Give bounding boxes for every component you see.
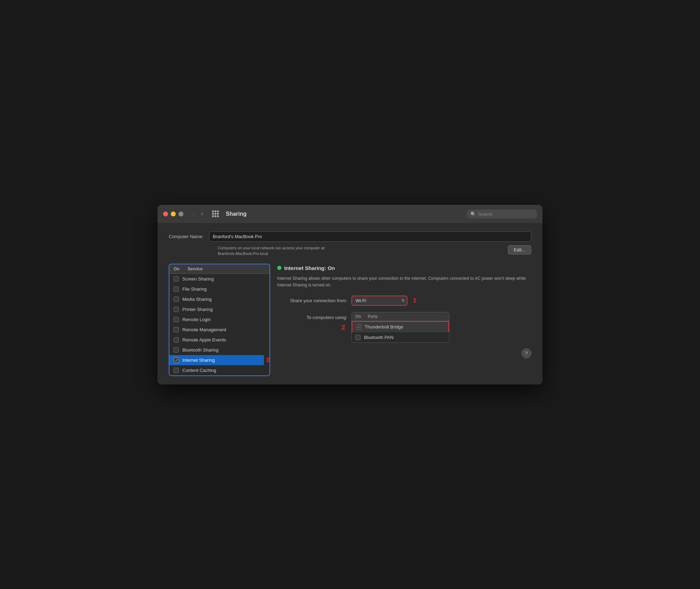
- sidebar-item-printer-sharing[interactable]: Printer Sharing: [169, 304, 217, 314]
- ports-table-header: On Ports: [352, 312, 449, 321]
- remote-management-label: Remote Management: [182, 327, 226, 332]
- thunderbolt-bridge-label: Thunderbolt Bridge: [365, 324, 404, 330]
- sidebar-item-file-sharing[interactable]: File Sharing: [169, 284, 211, 294]
- port-row-bluetooth-pan[interactable]: Bluetooth PAN: [352, 332, 449, 342]
- search-bar[interactable]: 🔍: [467, 209, 537, 218]
- search-input[interactable]: [478, 211, 533, 216]
- printer-sharing-checkbox[interactable]: [174, 307, 179, 312]
- sidebar-item-remote-login[interactable]: Remote Login: [169, 314, 215, 325]
- thunderbolt-bridge-checkbox[interactable]: [356, 324, 361, 330]
- sidebar-item-screen-sharing[interactable]: Screen Sharing: [169, 274, 218, 284]
- share-from-select[interactable]: Wi-Fi Ethernet Thunderbolt Bridge: [351, 296, 407, 306]
- bluetooth-sharing-checkbox[interactable]: [174, 347, 179, 353]
- traffic-lights: [163, 212, 183, 216]
- remote-apple-events-checkbox[interactable]: [174, 337, 179, 342]
- share-from-row: Share your connection from: Wi-Fi Ethern…: [277, 296, 531, 306]
- service-item-wrapper-bluetooth-sharing: Bluetooth Sharing: [169, 345, 270, 355]
- internet-sharing-label: Internet Sharing: [182, 358, 215, 363]
- forward-button[interactable]: ›: [199, 209, 205, 218]
- screen-sharing-checkbox[interactable]: [174, 276, 179, 282]
- service-list-container: On Service Screen Sharing File Sharing: [169, 264, 270, 376]
- service-item-wrapper-content-caching: Content Caching: [169, 365, 270, 375]
- bluetooth-sharing-label: Bluetooth Sharing: [182, 347, 218, 353]
- sidebar-item-content-caching[interactable]: Content Caching: [169, 365, 220, 375]
- service-item-wrapper-remote-management: Remote Management: [169, 325, 270, 335]
- port-row-thunderbolt[interactable]: Thunderbolt Bridge: [352, 321, 449, 332]
- service-item-wrapper-printer-sharing: Printer Sharing: [169, 304, 270, 314]
- annotation-3: 3: [266, 356, 270, 364]
- internet-sharing-checkbox[interactable]: [174, 358, 179, 363]
- main-body: On Service Screen Sharing File Sharing: [169, 264, 531, 376]
- col-on-label: On: [174, 266, 188, 271]
- window-title: Sharing: [226, 211, 247, 217]
- titlebar: ‹ › Sharing 🔍: [158, 205, 542, 223]
- ports-table-wrapper: 2 On Ports Thunderbolt Bridge: [351, 312, 449, 343]
- detail-title: Internet Sharing: On: [284, 265, 335, 271]
- app-grid-icon[interactable]: [212, 210, 219, 217]
- detail-description: Internet Sharing allows other computers …: [277, 275, 531, 289]
- service-item-wrapper-media-sharing: Media Sharing: [169, 294, 270, 304]
- edit-button[interactable]: Edit...: [508, 245, 531, 255]
- bluetooth-pan-checkbox[interactable]: [355, 335, 360, 340]
- annotation-1: 1: [413, 297, 416, 304]
- remote-apple-events-label: Remote Apple Events: [182, 337, 226, 342]
- sidebar-item-remote-management[interactable]: Remote Management: [169, 325, 230, 335]
- sidebar-item-bluetooth-sharing[interactable]: Bluetooth Sharing: [169, 345, 223, 355]
- computer-name-input[interactable]: [209, 231, 531, 242]
- media-sharing-label: Media Sharing: [182, 297, 212, 302]
- detail-panel: Internet Sharing: On Internet Sharing al…: [277, 264, 531, 360]
- computer-name-label: Computer Name:: [169, 234, 203, 239]
- ports-table: On Ports Thunderbolt Bridge Bluetooth PA…: [351, 312, 449, 343]
- to-computers-label: To computers using:: [277, 312, 347, 320]
- sharing-window: ‹ › Sharing 🔍 Computer Name: C: [158, 205, 542, 384]
- computer-name-sub: Computers on your local network can acce…: [218, 245, 531, 257]
- bottom-area: ?: [277, 343, 531, 360]
- ports-col-ports-label: Ports: [368, 314, 378, 319]
- content-caching-label: Content Caching: [182, 368, 216, 373]
- content-area: Computer Name: Computers on your local n…: [158, 223, 542, 384]
- to-computers-row: To computers using: 2 On Ports Thunderbo…: [277, 312, 531, 343]
- computer-name-desc-line1: Computers on your local network can acce…: [218, 245, 326, 251]
- share-from-label: Share your connection from:: [277, 298, 347, 303]
- remote-management-checkbox[interactable]: [174, 327, 179, 332]
- minimize-button[interactable]: [171, 212, 176, 216]
- maximize-button[interactable]: [178, 212, 183, 216]
- remote-login-checkbox[interactable]: [174, 317, 179, 322]
- printer-sharing-label: Printer Sharing: [182, 307, 213, 312]
- file-sharing-label: File Sharing: [182, 286, 206, 292]
- detail-header: Internet Sharing: On: [277, 265, 531, 271]
- sidebar-item-media-sharing[interactable]: Media Sharing: [169, 294, 216, 304]
- share-from-select-wrapper: Wi-Fi Ethernet Thunderbolt Bridge: [351, 296, 407, 306]
- service-items: Screen Sharing File Sharing Media Sharin…: [169, 274, 270, 375]
- sidebar-item-internet-sharing[interactable]: Internet Sharing: [169, 355, 264, 365]
- annotation-2: 2: [342, 324, 345, 331]
- screen-sharing-label: Screen Sharing: [182, 276, 214, 282]
- service-item-wrapper-internet-sharing: Internet Sharing 3: [169, 355, 270, 365]
- service-item-wrapper-screen-sharing: Screen Sharing: [169, 274, 270, 284]
- nav-buttons: ‹ ›: [190, 209, 205, 218]
- back-button[interactable]: ‹: [190, 209, 197, 218]
- service-list-header: On Service: [169, 264, 270, 274]
- col-service-label: Service: [188, 266, 203, 271]
- computer-name-desc-line2: Branfords-MacBook-Pro.local: [218, 251, 326, 257]
- status-dot-on: [277, 266, 281, 270]
- service-item-wrapper-remote-apple-events: Remote Apple Events: [169, 335, 270, 345]
- sidebar-item-remote-apple-events[interactable]: Remote Apple Events: [169, 335, 230, 345]
- computer-name-row: Computer Name:: [169, 231, 531, 242]
- ports-col-on-label: On: [355, 314, 368, 319]
- help-button[interactable]: ?: [522, 348, 531, 358]
- service-item-wrapper-file-sharing: File Sharing: [169, 284, 270, 294]
- content-caching-checkbox[interactable]: [174, 368, 179, 373]
- close-button[interactable]: [163, 212, 168, 216]
- remote-login-label: Remote Login: [182, 317, 211, 322]
- service-item-wrapper-remote-login: Remote Login: [169, 314, 270, 325]
- bluetooth-pan-label: Bluetooth PAN: [364, 335, 393, 340]
- file-sharing-checkbox[interactable]: [174, 286, 179, 292]
- media-sharing-checkbox[interactable]: [174, 297, 179, 302]
- search-icon: 🔍: [470, 211, 476, 216]
